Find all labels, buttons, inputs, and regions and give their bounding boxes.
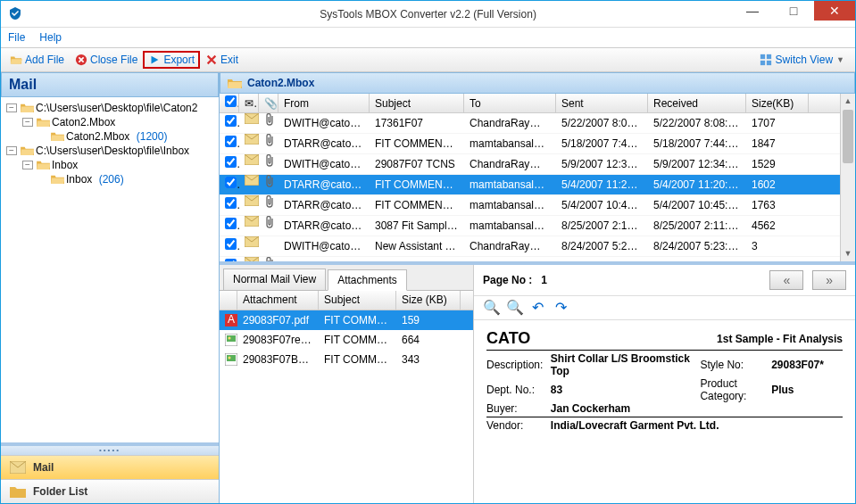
right-header: Caton2.Mbox bbox=[220, 72, 855, 94]
col-attachment-icon[interactable]: 📎 bbox=[259, 94, 278, 113]
email-row[interactable]: DWITH@catocor...New Assistant Te...Chand… bbox=[220, 236, 840, 257]
grid-icon bbox=[760, 54, 772, 66]
folder-tree[interactable]: − C:\Users\user\Desktop\file\Caton2 − Ca… bbox=[1, 97, 219, 442]
exit-button[interactable]: Exit bbox=[200, 52, 244, 68]
tab-attachments[interactable]: Attachments bbox=[328, 269, 407, 291]
cell-subject: 3195 Fit Sample ... bbox=[370, 257, 464, 262]
next-page-button[interactable]: » bbox=[812, 270, 846, 290]
cell-received: 5/9/2007 12:34:42... bbox=[648, 154, 746, 175]
att-cell-size: 159 bbox=[396, 314, 461, 326]
select-all-checkbox[interactable] bbox=[225, 95, 237, 107]
cell-from: DWITH@catocor... bbox=[278, 236, 370, 257]
col-subject[interactable]: Subject bbox=[370, 94, 464, 113]
col-sent[interactable]: Sent bbox=[556, 94, 648, 113]
zoom-out-icon[interactable]: 🔍 bbox=[506, 300, 522, 316]
cell-from: DTARR@catocor... bbox=[278, 134, 370, 154]
attachment-icon bbox=[259, 113, 278, 134]
tree-collapse-icon[interactable]: − bbox=[6, 146, 17, 155]
row-checkbox[interactable] bbox=[225, 238, 237, 250]
attachment-icon bbox=[259, 175, 278, 195]
attachment-row[interactable]: A29083F07.pdfFIT COMME...159 bbox=[220, 310, 473, 330]
scroll-down-icon[interactable]: ▼ bbox=[841, 246, 855, 261]
cell-size: 1529 bbox=[746, 154, 809, 175]
attachment-icon bbox=[259, 257, 278, 262]
attachment-icon bbox=[259, 236, 278, 257]
close-file-button[interactable]: Close File bbox=[70, 52, 143, 68]
tree-path[interactable]: C:\Users\user\Desktop\file\Caton2 bbox=[36, 102, 197, 114]
svg-rect-13 bbox=[245, 257, 259, 262]
svg-text:A: A bbox=[228, 314, 235, 326]
envelope-icon bbox=[239, 216, 259, 236]
attachment-icon bbox=[259, 195, 278, 216]
tree-collapse-icon[interactable]: − bbox=[22, 118, 33, 127]
switch-view-button[interactable]: Switch View ▼ bbox=[752, 52, 852, 68]
att-col-size[interactable]: Size (KB) bbox=[396, 291, 461, 310]
cell-from: DWITH@catocor... bbox=[278, 113, 370, 134]
email-row[interactable]: DTARR@catocor...FIT COMMENTS 2...mamtaba… bbox=[220, 134, 840, 154]
row-checkbox[interactable] bbox=[225, 156, 237, 168]
rotate-left-icon[interactable]: ↶ bbox=[529, 300, 545, 316]
row-checkbox[interactable] bbox=[225, 136, 237, 147]
grid-scrollbar[interactable]: ▲ ▼ bbox=[840, 94, 855, 261]
tree-folder[interactable]: Inbox bbox=[66, 173, 92, 186]
nav-grip[interactable]: ••••• bbox=[1, 446, 219, 455]
menu-help[interactable]: Help bbox=[39, 31, 62, 44]
tree-folder[interactable]: Caton2.Mbox bbox=[66, 130, 129, 143]
att-cell-size: 343 bbox=[396, 353, 461, 366]
scroll-thumb[interactable] bbox=[843, 110, 853, 163]
add-file-button[interactable]: Add File bbox=[4, 52, 70, 68]
nav-mail[interactable]: Mail bbox=[1, 455, 219, 479]
tree-count: (1200) bbox=[137, 130, 168, 143]
tab-normal-view[interactable]: Normal Mail View bbox=[223, 269, 326, 290]
row-checkbox[interactable] bbox=[225, 197, 237, 209]
maximize-button[interactable]: □ bbox=[773, 1, 814, 21]
export-button[interactable]: Export bbox=[143, 51, 200, 69]
tree-folder[interactable]: Inbox bbox=[52, 159, 78, 171]
nav-folder-list[interactable]: Folder List bbox=[1, 479, 219, 503]
prev-page-button[interactable]: « bbox=[769, 270, 803, 290]
row-checkbox[interactable] bbox=[225, 259, 237, 262]
cell-sent: 5/18/2007 7:44:3... bbox=[556, 134, 648, 154]
tree-folder[interactable]: Caton2.Mbox bbox=[52, 116, 115, 128]
col-to[interactable]: To bbox=[464, 94, 556, 113]
tree-collapse-icon[interactable]: − bbox=[22, 161, 33, 169]
col-received[interactable]: Received bbox=[648, 94, 746, 113]
attachment-row[interactable]: 29083F07rev3...FIT COMME...664 bbox=[220, 330, 473, 350]
row-checkbox[interactable] bbox=[225, 115, 237, 127]
attachment-row[interactable]: 29083F07BKre...FIT COMME...343 bbox=[220, 350, 473, 369]
tree-path[interactable]: C:\Users\user\Desktop\file\Inbox bbox=[36, 145, 189, 157]
att-col-subject[interactable]: Subject bbox=[319, 291, 396, 310]
email-row[interactable]: DTARR@catocor...FIT COMMENTS 2...mamtaba… bbox=[220, 175, 840, 195]
envelope-icon bbox=[239, 257, 259, 262]
svg-point-21 bbox=[229, 357, 231, 359]
menu-file[interactable]: File bbox=[8, 31, 25, 44]
minimize-button[interactable]: — bbox=[732, 1, 773, 21]
email-row[interactable]: DTARR@catocor...3195 Fit Sample ...mamta… bbox=[220, 257, 840, 261]
close-button[interactable]: ✕ bbox=[814, 1, 855, 21]
scroll-up-icon[interactable]: ▲ bbox=[841, 94, 855, 109]
email-row[interactable]: DWITH@catocor...29087F07 TCNSChandraRay@… bbox=[220, 154, 840, 175]
row-checkbox[interactable] bbox=[225, 177, 237, 188]
email-row[interactable]: DTARR@catocor...3087 Fit Sample ...mamta… bbox=[220, 216, 840, 236]
col-size[interactable]: Size(KB) bbox=[746, 94, 809, 113]
preview-document[interactable]: CATO 1st Sample - Fit Analysis Descripti… bbox=[474, 320, 855, 503]
email-row[interactable]: DWITH@catocor...17361F07ChandraRay@lif..… bbox=[220, 113, 840, 134]
chevron-down-icon: ▼ bbox=[836, 55, 844, 64]
col-from[interactable]: From bbox=[278, 94, 370, 113]
cell-received: 5/4/2007 11:20:27... bbox=[648, 175, 746, 195]
cell-size: 1602 bbox=[746, 175, 809, 195]
att-cell-name: 29083F07BKre... bbox=[237, 353, 319, 366]
envelope-icon bbox=[239, 154, 259, 175]
row-checkbox[interactable] bbox=[225, 218, 237, 229]
att-col-name[interactable]: Attachment bbox=[237, 291, 319, 310]
attachment-grid[interactable]: Attachment Subject Size (KB) A29083F07.p… bbox=[220, 290, 473, 503]
email-row[interactable]: DTARR@catocor...FIT COMMENTS 2...mamtaba… bbox=[220, 195, 840, 216]
tree-collapse-icon[interactable]: − bbox=[6, 103, 17, 112]
svg-rect-17 bbox=[227, 335, 236, 342]
cell-subject: FIT COMMENTS 2... bbox=[370, 175, 464, 195]
rotate-right-icon[interactable]: ↷ bbox=[553, 300, 569, 316]
email-grid[interactable]: ✉ 📎 From Subject To Sent Received Size(K… bbox=[220, 94, 840, 261]
cell-to: ChandraRay@lif... bbox=[464, 236, 556, 257]
col-envelope-icon[interactable]: ✉ bbox=[239, 94, 259, 113]
zoom-in-icon[interactable]: 🔍 bbox=[483, 300, 499, 316]
